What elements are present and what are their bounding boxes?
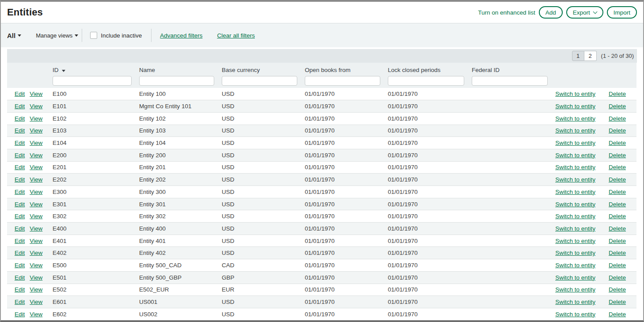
column-header-lock-closed-periods[interactable]: Lock closed periods [388,63,472,75]
edit-link[interactable]: Edit [15,189,25,195]
delete-link[interactable]: Delete [609,91,626,97]
view-link[interactable]: View [30,311,42,318]
view-link[interactable]: View [30,213,42,220]
delete-link[interactable]: Delete [609,311,626,318]
switch-to-entity-link[interactable]: Switch to entity [555,115,595,122]
view-link[interactable]: View [30,140,42,146]
edit-link[interactable]: Edit [15,225,25,232]
open-books-from-filter-input[interactable] [305,76,380,86]
view-link[interactable]: View [30,238,42,244]
id-filter-input[interactable] [53,76,132,86]
column-header-id[interactable]: ID [53,63,139,75]
view-link[interactable]: View [30,250,42,256]
switch-to-entity-link[interactable]: Switch to entity [555,274,595,281]
delete-link[interactable]: Delete [609,213,626,220]
edit-link[interactable]: Edit [15,299,25,305]
delete-link[interactable]: Delete [609,201,626,208]
column-header-name[interactable]: Name [139,63,222,75]
delete-link[interactable]: Delete [609,152,626,159]
switch-to-entity-link[interactable]: Switch to entity [555,103,595,110]
delete-link[interactable]: Delete [609,274,626,281]
base-currency-filter-input[interactable] [222,76,297,86]
view-link[interactable]: View [30,286,42,293]
view-link[interactable]: View [30,152,42,159]
delete-link[interactable]: Delete [609,115,626,122]
view-link[interactable]: View [30,127,42,134]
delete-link[interactable]: Delete [609,103,626,110]
switch-to-entity-link[interactable]: Switch to entity [555,152,595,159]
cell-id: E401 [53,235,139,247]
edit-link[interactable]: Edit [15,176,25,183]
view-link[interactable]: View [30,91,42,97]
edit-link[interactable]: Edit [15,250,25,256]
delete-link[interactable]: Delete [609,140,626,146]
edit-link[interactable]: Edit [15,103,25,110]
lock-closed-periods-filter-input[interactable] [388,76,464,86]
federal-id-filter-input[interactable] [472,76,548,86]
edit-link[interactable]: Edit [15,164,25,170]
switch-to-entity-link[interactable]: Switch to entity [555,213,595,220]
add-button[interactable]: Add [539,6,563,19]
delete-link[interactable]: Delete [609,262,626,269]
edit-link[interactable]: Edit [15,152,25,159]
switch-to-entity-link[interactable]: Switch to entity [555,164,595,170]
switch-to-entity-link[interactable]: Switch to entity [555,238,595,244]
delete-link[interactable]: Delete [609,225,626,232]
switch-to-entity-link[interactable]: Switch to entity [555,311,595,318]
manage-views-dropdown[interactable]: Manage views [36,32,78,39]
edit-link[interactable]: Edit [15,127,25,134]
switch-to-entity-link[interactable]: Switch to entity [555,201,595,208]
edit-link[interactable]: Edit [15,238,25,244]
view-link[interactable]: View [30,262,42,269]
edit-link[interactable]: Edit [15,286,25,293]
view-link[interactable]: View [30,299,42,305]
delete-link[interactable]: Delete [609,286,626,293]
delete-link[interactable]: Delete [609,176,626,183]
edit-link[interactable]: Edit [15,311,25,318]
delete-link[interactable]: Delete [609,238,626,244]
name-filter-input[interactable] [139,76,214,86]
switch-to-entity-link[interactable]: Switch to entity [555,91,595,97]
export-button[interactable]: Export [566,6,603,19]
page-button-2[interactable]: 2 [584,51,597,61]
delete-link[interactable]: Delete [609,127,626,134]
turn-on-enhanced-list-link[interactable]: Turn on enhanced list [478,9,535,16]
edit-link[interactable]: Edit [15,140,25,146]
view-link[interactable]: View [30,225,42,232]
view-link[interactable]: View [30,201,42,208]
edit-link[interactable]: Edit [15,91,25,97]
column-header-base-currency[interactable]: Base currency [222,63,305,75]
switch-to-entity-link[interactable]: Switch to entity [555,262,595,269]
delete-link[interactable]: Delete [609,250,626,256]
view-link[interactable]: View [30,176,42,183]
view-link[interactable]: View [30,189,42,195]
delete-link[interactable]: Delete [609,164,626,170]
edit-link[interactable]: Edit [15,274,25,281]
edit-link[interactable]: Edit [15,115,25,122]
switch-to-entity-link[interactable]: Switch to entity [555,299,595,305]
view-link[interactable]: View [30,115,42,122]
page-button-1[interactable]: 1 [572,51,584,61]
switch-to-entity-link[interactable]: Switch to entity [555,250,595,256]
switch-to-entity-link[interactable]: Switch to entity [555,176,595,183]
edit-link[interactable]: Edit [15,201,25,208]
view-link[interactable]: View [30,274,42,281]
delete-link[interactable]: Delete [609,189,626,195]
import-button[interactable]: Import [607,6,637,19]
delete-link[interactable]: Delete [609,299,626,305]
column-header-open-books-from[interactable]: Open books from [305,63,388,75]
edit-link[interactable]: Edit [15,213,25,220]
advanced-filters-link[interactable]: Advanced filters [160,32,202,39]
column-header-federal-id[interactable]: Federal ID [472,63,555,75]
switch-to-entity-link[interactable]: Switch to entity [555,189,595,195]
switch-to-entity-link[interactable]: Switch to entity [555,127,595,134]
switch-to-entity-link[interactable]: Switch to entity [555,286,595,293]
view-link[interactable]: View [30,103,42,110]
switch-to-entity-link[interactable]: Switch to entity [555,140,595,146]
clear-all-filters-link[interactable]: Clear all filters [217,32,255,39]
view-link[interactable]: View [30,164,42,170]
edit-link[interactable]: Edit [15,262,25,269]
include-inactive-checkbox[interactable] [90,32,97,39]
switch-to-entity-link[interactable]: Switch to entity [555,225,595,232]
view-selector[interactable]: All [7,32,21,39]
